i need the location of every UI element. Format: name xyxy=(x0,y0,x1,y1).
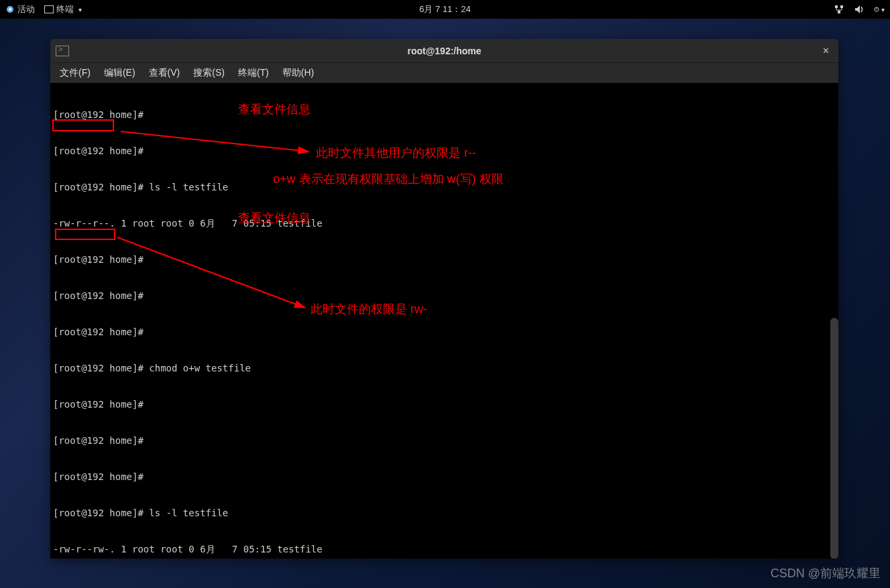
term-line: [root@192 home]# xyxy=(53,434,836,447)
watermark: CSDN @前端玖耀里 xyxy=(771,565,881,581)
menu-terminal[interactable]: 终端(T) xyxy=(233,64,274,82)
term-line: -rw-r--rw-. 1 root root 0 6月 7 05:15 tes… xyxy=(53,543,836,555)
power-icon[interactable] xyxy=(874,4,885,15)
clock[interactable]: 6月 7 11：24 xyxy=(419,3,471,15)
arrow-2 xyxy=(114,234,315,314)
term-line: [root@192 home]# xyxy=(53,109,836,121)
volume-icon[interactable] xyxy=(854,4,865,15)
topbar-left: 活动 终端 xyxy=(5,3,82,15)
menu-help[interactable]: 帮助(H) xyxy=(277,64,319,82)
term-line: [root@192 home]# xyxy=(53,326,836,338)
close-button[interactable]: × xyxy=(819,44,833,58)
terminal-app-icon xyxy=(44,5,54,13)
scrollbar[interactable] xyxy=(830,318,838,558)
term-line: [root@192 home]# xyxy=(53,471,836,483)
window-titlebar[interactable]: root@192:/home × xyxy=(50,39,838,63)
menubar: 文件(F) 编辑(E) 查看(V) 搜索(S) 终端(T) 帮助(H) xyxy=(50,63,838,83)
svg-rect-4 xyxy=(838,11,840,13)
svg-point-1 xyxy=(9,8,11,11)
app-menu-label: 终端 xyxy=(56,3,74,15)
terminal-body[interactable]: [root@192 home]# [root@192 home]# [root@… xyxy=(50,83,838,558)
term-line: [root@192 home]# xyxy=(53,145,836,157)
datetime-label: 6月 7 11：24 xyxy=(419,4,471,14)
svg-rect-2 xyxy=(835,5,838,8)
menu-search[interactable]: 搜索(S) xyxy=(188,64,230,82)
app-menu[interactable]: 终端 xyxy=(44,3,82,15)
term-line: [root@192 home]# ls -l testfile xyxy=(53,181,836,193)
menu-view[interactable]: 查看(V) xyxy=(144,64,186,82)
svg-rect-3 xyxy=(840,5,843,8)
topbar-right xyxy=(834,4,885,15)
network-icon[interactable] xyxy=(834,4,844,15)
annotation-5: 此时文件的权限是 rw- xyxy=(311,303,427,315)
activities-button[interactable]: 活动 xyxy=(5,3,35,15)
term-line: -rw-r--r--. 1 root root 0 6月 7 05:15 tes… xyxy=(53,217,836,229)
activities-icon xyxy=(5,5,15,14)
highlight-box-1 xyxy=(52,119,114,131)
term-line: [root@192 home]# xyxy=(53,253,836,266)
terminal-window: root@192:/home × 文件(F) 编辑(E) 查看(V) 搜索(S)… xyxy=(50,39,838,558)
menu-file[interactable]: 文件(F) xyxy=(54,64,96,82)
menu-edit[interactable]: 编辑(E) xyxy=(99,64,141,82)
term-line: [root@192 home]# ls -l testfile xyxy=(53,507,836,519)
titlebar-terminal-icon xyxy=(56,46,69,56)
window-title: root@192:/home xyxy=(407,46,481,56)
activities-label: 活动 xyxy=(17,3,35,15)
term-line: [root@192 home]# chmod o+w testfile xyxy=(53,362,836,374)
term-line: [root@192 home]# xyxy=(53,398,836,410)
term-line: [root@192 home]# xyxy=(53,290,836,302)
highlight-box-2 xyxy=(55,229,115,240)
gnome-topbar: 活动 终端 6月 7 11：24 xyxy=(0,0,890,19)
